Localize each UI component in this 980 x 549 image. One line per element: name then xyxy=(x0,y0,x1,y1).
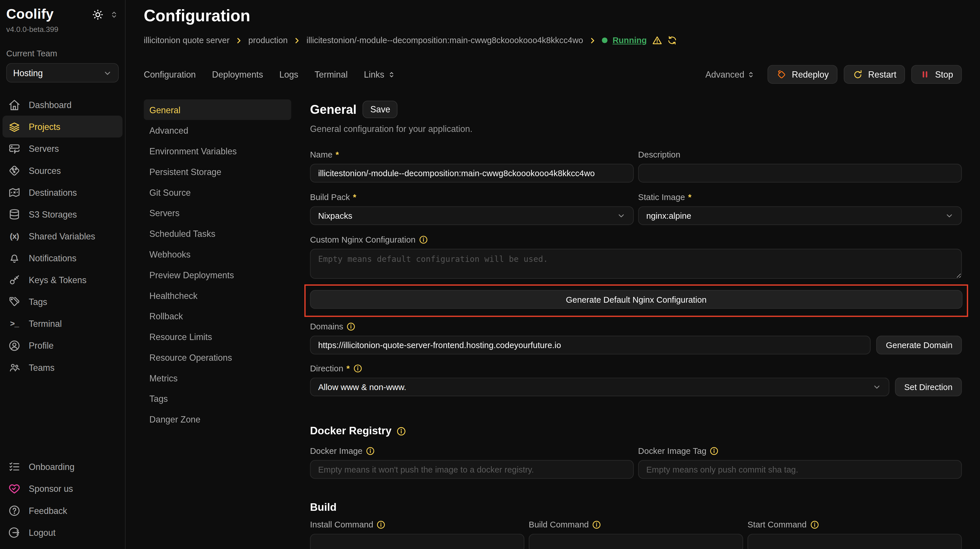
build-pack-label: Build Pack xyxy=(310,193,350,202)
status-badge[interactable]: Running xyxy=(612,36,647,45)
stop-label: Stop xyxy=(935,69,953,80)
config-menu-metrics[interactable]: Metrics xyxy=(144,368,291,388)
config-menu-rollback[interactable]: Rollback xyxy=(144,306,291,326)
domains-input[interactable] xyxy=(310,336,871,355)
config-menu-resource-operations[interactable]: Resource Operations xyxy=(144,347,291,368)
config-menu-persistent-storage[interactable]: Persistent Storage xyxy=(144,161,291,182)
page-title: Configuration xyxy=(144,6,962,25)
config-menu-resource-limits[interactable]: Resource Limits xyxy=(144,326,291,347)
sync-icon[interactable] xyxy=(667,35,678,46)
sidebar-item-terminal[interactable]: >_ Terminal xyxy=(3,312,123,334)
warning-icon[interactable] xyxy=(652,35,662,46)
map-icon xyxy=(8,186,21,198)
sidebar-item-keys-tokens[interactable]: Keys & Tokens xyxy=(3,269,123,291)
config-menu-git-source[interactable]: Git Source xyxy=(144,182,291,203)
sidebar-item-profile[interactable]: Profile xyxy=(3,334,123,356)
build-command-input[interactable] xyxy=(529,534,743,549)
sidebar-item-s3-storages[interactable]: S3 Storages xyxy=(3,203,123,225)
breadcrumb-environment[interactable]: production xyxy=(248,36,288,45)
sidebar-item-logout[interactable]: Logout xyxy=(3,521,123,543)
theme-chevron-updown-icon[interactable] xyxy=(110,10,119,19)
direction-select[interactable]: Allow www & non-www. xyxy=(310,378,889,396)
info-icon[interactable] xyxy=(377,520,386,530)
docker-image-label: Docker Image xyxy=(310,446,363,456)
info-icon[interactable] xyxy=(592,520,601,530)
sidebar-item-tags[interactable]: Tags xyxy=(3,291,123,312)
config-menu-healthcheck[interactable]: Healthcheck xyxy=(144,285,291,306)
tab-deployments[interactable]: Deployments xyxy=(212,69,263,80)
chevron-right-icon xyxy=(293,37,301,44)
name-label: Name xyxy=(310,150,332,159)
static-image-select[interactable]: nginx:alpine xyxy=(638,206,962,225)
nginx-config-textarea[interactable] xyxy=(310,249,962,279)
info-icon[interactable] xyxy=(810,520,819,530)
sidebar-item-projects[interactable]: Projects xyxy=(3,116,123,137)
info-icon[interactable] xyxy=(710,446,719,456)
team-select-value: Hosting xyxy=(13,68,43,78)
name-input[interactable] xyxy=(310,164,634,183)
section-title-docker-registry: Docker Registry xyxy=(310,425,392,438)
info-icon[interactable] xyxy=(366,446,375,456)
tab-terminal[interactable]: Terminal xyxy=(315,69,348,80)
config-menu-tags[interactable]: Tags xyxy=(144,388,291,409)
start-command-input[interactable] xyxy=(748,534,962,549)
tab-links[interactable]: Links xyxy=(364,69,395,80)
sidebar-item-onboarding[interactable]: Onboarding xyxy=(3,455,123,477)
breadcrumb-project[interactable]: illicitonion quote server xyxy=(144,36,230,45)
key-icon xyxy=(8,273,21,286)
config-menu-environment-variables[interactable]: Environment Variables xyxy=(144,140,291,161)
config-menu-general[interactable]: General xyxy=(144,99,291,120)
config-menu-webhooks[interactable]: Webhooks xyxy=(144,244,291,264)
info-icon[interactable] xyxy=(346,322,356,331)
sidebar-item-label: Terminal xyxy=(29,318,62,329)
info-icon[interactable] xyxy=(396,426,407,436)
docker-image-input[interactable] xyxy=(310,460,634,479)
team-select[interactable]: Hosting xyxy=(6,63,119,83)
sidebar-item-sponsor-us[interactable]: Sponsor us xyxy=(3,477,123,499)
sidebar-item-shared-variables[interactable]: (x) Shared Variables xyxy=(3,225,123,247)
sidebar-item-destinations[interactable]: Destinations xyxy=(3,181,123,203)
info-icon[interactable] xyxy=(419,235,428,245)
description-input[interactable] xyxy=(638,164,962,183)
tab-logs[interactable]: Logs xyxy=(279,69,298,80)
advanced-dropdown[interactable]: Advanced xyxy=(705,69,755,80)
generate-domain-button[interactable]: Generate Domain xyxy=(877,336,962,355)
breadcrumb-application[interactable]: illicitestonion/-module--decomposition:m… xyxy=(306,36,583,45)
install-command-input[interactable] xyxy=(310,534,525,549)
sidebar-item-label: Dashboard xyxy=(29,100,72,110)
domains-label: Domains xyxy=(310,322,344,331)
info-icon[interactable] xyxy=(353,364,363,373)
save-button[interactable]: Save xyxy=(363,100,398,118)
heart-icon xyxy=(8,482,21,495)
redeploy-label: Redeploy xyxy=(792,69,829,80)
sidebar-item-servers[interactable]: Servers xyxy=(3,137,123,159)
required-asterisk: * xyxy=(688,193,691,202)
redeploy-button[interactable]: Redeploy xyxy=(767,65,837,84)
set-direction-button[interactable]: Set Direction xyxy=(895,378,962,396)
config-menu-preview-deployments[interactable]: Preview Deployments xyxy=(144,264,291,285)
sidebar-item-teams[interactable]: Teams xyxy=(3,356,123,378)
static-image-label: Static Image xyxy=(638,193,685,202)
config-menu-danger-zone[interactable]: Danger Zone xyxy=(144,409,291,430)
config-menu-advanced[interactable]: Advanced xyxy=(144,120,291,141)
config-menu-servers[interactable]: Servers xyxy=(144,203,291,223)
config-menu-scheduled-tasks[interactable]: Scheduled Tasks xyxy=(144,223,291,244)
sidebar-item-label: Tags xyxy=(29,297,47,307)
sidebar-item-feedback[interactable]: Feedback xyxy=(3,500,123,521)
terminal-icon: >_ xyxy=(8,319,21,328)
sidebar-item-sources[interactable]: Sources xyxy=(3,159,123,181)
docker-image-tag-input[interactable] xyxy=(638,460,962,479)
tab-configuration[interactable]: Configuration xyxy=(144,69,196,80)
build-pack-select[interactable]: Nixpacks xyxy=(310,206,634,225)
restart-button[interactable]: Restart xyxy=(844,65,905,84)
sidebar-item-notifications[interactable]: Notifications xyxy=(3,247,123,269)
section-title-build: Build xyxy=(310,501,337,514)
nginx-config-label: Custom Nginx Configuration xyxy=(310,235,415,245)
app-logo: Coolify xyxy=(6,6,54,23)
stop-button[interactable]: Stop xyxy=(911,65,962,84)
theme-sun-icon[interactable] xyxy=(92,8,104,20)
generate-nginx-config-button[interactable]: Generate Default Nginx Configuration xyxy=(310,290,963,309)
general-form: General Save General configuration for y… xyxy=(310,99,962,549)
user-icon xyxy=(8,339,21,352)
sidebar-item-dashboard[interactable]: Dashboard xyxy=(3,94,123,116)
